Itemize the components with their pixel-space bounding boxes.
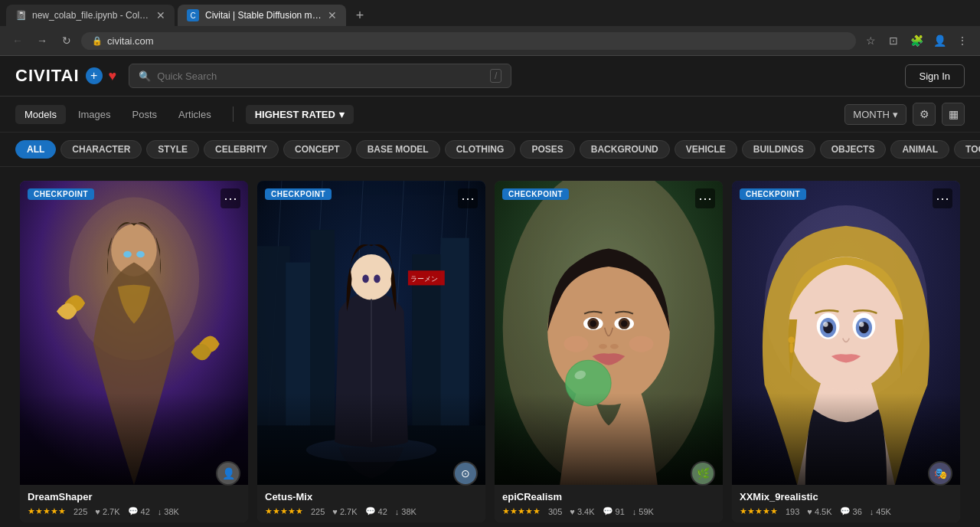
comments-epicrealism: 💬 91 [603, 506, 625, 516]
model-card-epicrealism[interactable]: CHECKPOINT ⋯ 🌿 epiCRealism ★★★★★ 305 ♥ 3… [495, 181, 723, 522]
card-image-dreamshaper [20, 181, 248, 485]
cat-buildings[interactable]: BUILDINGS [742, 140, 815, 159]
rating-count-xxmix9: 193 [786, 507, 799, 516]
card-name-cetus-mix: Cetus-Mix [265, 491, 478, 502]
card-badge-epicrealism: CHECKPOINT [502, 188, 569, 200]
svg-point-3 [123, 251, 132, 258]
cat-tool[interactable]: TOOL [954, 140, 980, 159]
filter-icon-button[interactable]: ⚙ [913, 103, 936, 126]
browser-menu-button[interactable]: ⋮ [952, 31, 972, 51]
time-filter-button[interactable]: MONTH ▾ [844, 104, 906, 125]
model-card-cetus-mix[interactable]: ラーメン C [257, 181, 485, 522]
site-header: CIVITAI + ♥ 🔍 / Sign In [0, 56, 980, 97]
address-text: civitai.com [107, 35, 154, 47]
model-card-xxmix9[interactable]: CHECKPOINT ⋯ 🎭 XXMix_9realistic ★★★★★ 19… [732, 181, 960, 522]
tab-1-close[interactable]: ✕ [156, 9, 165, 21]
lock-icon: 🔒 [92, 36, 103, 46]
back-icon: ← [12, 34, 23, 47]
favorites-icon[interactable]: ♥ [109, 68, 117, 84]
downloads-xxmix9: ↓ 45K [870, 507, 891, 516]
back-button[interactable]: ← [8, 31, 28, 51]
card-menu-epicrealism[interactable]: ⋯ [695, 188, 715, 208]
cat-objects[interactable]: OBJECTS [820, 140, 887, 159]
tab-posts[interactable]: Posts [123, 105, 167, 124]
search-input[interactable] [157, 70, 484, 82]
add-button[interactable]: + [86, 67, 103, 84]
cat-celebrity[interactable]: CELEBRITY [204, 140, 279, 159]
card-footer-epicrealism: epiCRealism ★★★★★ 305 ♥ 3.4K 💬 91 ↓ 59K [495, 485, 723, 522]
card-footer-xxmix9: XXMix_9realistic ★★★★★ 193 ♥ 4.5K 💬 36 ↓… [732, 485, 960, 522]
stars-dreamshaper: ★★★★★ [28, 506, 66, 516]
tab-articles[interactable]: Articles [169, 105, 220, 124]
cat-background[interactable]: BACKGROUND [580, 140, 670, 159]
epicrealism-artwork [495, 181, 723, 485]
chevron-down-icon: ▾ [339, 109, 345, 120]
cat-animal[interactable]: ANIMAL [890, 140, 949, 159]
card-footer-cetus-mix: Cetus-Mix ★★★★★ 225 ♥ 2.7K 💬 42 ↓ 38K [257, 485, 485, 522]
bookmark-button[interactable]: ☆ [861, 31, 880, 51]
comments-cetus-mix: 💬 42 [365, 506, 387, 516]
new-tab-button[interactable]: + [349, 5, 371, 26]
svg-point-24 [374, 275, 381, 283]
filter-icon: ⚙ [920, 108, 929, 120]
address-bar[interactable]: 🔒 civitai.com [81, 32, 856, 50]
cat-poses[interactable]: POSES [520, 140, 574, 159]
cat-concept[interactable]: CONCEPT [283, 140, 351, 159]
grid-view-button[interactable]: ▦ [942, 103, 965, 126]
tab-1[interactable]: 📓 new_colab_file.ipynb - Collabora... ✕ [6, 5, 175, 26]
profile-button[interactable]: 👤 [929, 31, 949, 51]
stars-xxmix9: ★★★★★ [740, 506, 778, 516]
model-card-dreamshaper[interactable]: CHECKPOINT ⋯ 👤 DreamShaper ★★★★★ 225 ♥ 2… [20, 181, 248, 522]
search-bar[interactable]: 🔍 / [129, 64, 511, 88]
svg-point-34 [599, 344, 607, 349]
cetus-mix-artwork: ラーメン [257, 181, 485, 485]
card-menu-xxmix9[interactable]: ⋯ [933, 188, 952, 208]
downloads-epicrealism: ↓ 59K [632, 507, 654, 516]
likes-cetus-mix: ♥ 2.7K [332, 507, 357, 516]
extensions-button[interactable]: 🧩 [906, 31, 926, 51]
svg-point-39 [629, 336, 654, 352]
card-badge-dreamshaper: CHECKPOINT [28, 188, 94, 200]
cat-character[interactable]: CHARACTER [60, 140, 142, 159]
search-icon: 🔍 [139, 70, 151, 82]
tab-2[interactable]: C Civitai | Stable Diffusion models... ✕ [178, 5, 346, 26]
tab-models[interactable]: Models [15, 105, 66, 124]
grid-icon: ▦ [949, 108, 959, 120]
card-name-xxmix9: XXMix_9realistic [740, 491, 952, 502]
cat-vehicle[interactable]: VEHICLE [675, 140, 737, 159]
tab-2-favicon: C [187, 9, 199, 21]
card-menu-dreamshaper[interactable]: ⋯ [220, 188, 240, 208]
cat-all[interactable]: ALL [15, 140, 56, 159]
card-stats-cetus-mix: ★★★★★ 225 ♥ 2.7K 💬 42 ↓ 38K [265, 506, 478, 516]
stars-cetus-mix: ★★★★★ [265, 506, 303, 516]
sort-label: HIGHEST RATED [255, 109, 335, 120]
tab-images[interactable]: Images [69, 105, 120, 124]
extensions-icon: 🧩 [910, 34, 923, 47]
likes-dreamshaper: ♥ 2.7K [95, 507, 119, 516]
category-bar: ALL CHARACTER STYLE CELEBRITY CONCEPT BA… [0, 133, 980, 167]
tab-bar: 📓 new_colab_file.ipynb - Collabora... ✕ … [0, 0, 980, 26]
card-image-cetus-mix: ラーメン [257, 181, 485, 485]
site-logo[interactable]: CIVITAI [15, 66, 80, 86]
sign-in-button[interactable]: Sign In [905, 64, 965, 88]
profile-icon: 👤 [933, 34, 946, 47]
tab-1-title: new_colab_file.ipynb - Collabora... [32, 10, 150, 21]
svg-point-35 [610, 344, 619, 349]
xxmix9-artwork [732, 181, 960, 485]
forward-button[interactable]: → [32, 31, 52, 51]
forward-icon: → [37, 34, 47, 47]
refresh-button[interactable]: ↻ [57, 31, 77, 51]
cat-style[interactable]: STYLE [146, 140, 199, 159]
tab-search-button[interactable]: ⊡ [884, 31, 903, 51]
cat-clothing[interactable]: CLOTHING [445, 140, 516, 159]
cat-base-model[interactable]: BASE MODEL [356, 140, 440, 159]
tab-2-close[interactable]: ✕ [328, 9, 337, 21]
svg-point-38 [564, 336, 588, 352]
card-menu-cetus-mix[interactable]: ⋯ [458, 188, 478, 208]
card-stats-xxmix9: ★★★★★ 193 ♥ 4.5K 💬 36 ↓ 45K [740, 506, 952, 516]
sort-button[interactable]: HIGHEST RATED ▾ [246, 105, 354, 124]
svg-point-51 [788, 336, 795, 343]
svg-point-23 [362, 275, 369, 283]
tab-1-favicon: 📓 [15, 10, 26, 21]
card-stats-dreamshaper: ★★★★★ 225 ♥ 2.7K 💬 42 ↓ 38K [28, 506, 240, 516]
